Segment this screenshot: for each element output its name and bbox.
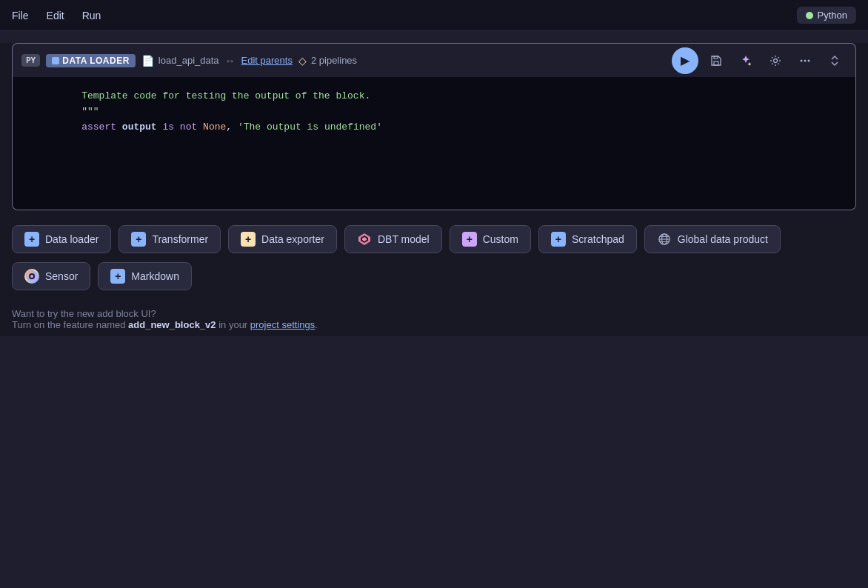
dbt-model-button[interactable]: DBT model [344,225,442,253]
edit-parents-link[interactable]: Edit parents [241,55,293,66]
file-name: load_api_data [158,55,219,66]
code-line: Template code for testing the output of … [13,89,855,104]
info-line1: Want to try the new add block UI? [12,308,856,319]
menu-run[interactable]: Run [82,10,101,21]
python-badge: Python [797,7,856,24]
global-data-product-icon [657,232,672,247]
collapse-button[interactable] [823,49,847,73]
data-exporter-label: Data exporter [261,233,324,245]
scratchpad-icon: + [551,232,566,247]
menu-edit[interactable]: Edit [47,10,64,21]
save-button[interactable] [704,49,728,73]
scratchpad-button[interactable]: + Scratchpad [538,225,637,253]
transformer-icon: + [131,232,146,247]
block-type-icon [52,57,59,64]
info-suffix: . [315,319,318,330]
svg-point-4 [804,59,807,61]
pipelines-badge: ◇ 2 pipelines [298,55,357,67]
py-badge: PY [21,54,40,67]
dbt-icon [357,232,372,247]
svg-point-13 [30,275,33,278]
pipeline-diamond-icon: ◇ [298,55,307,67]
data-loader-button[interactable]: + Data loader [12,225,111,253]
menu-bar: File Edit Run Python [0,0,868,31]
custom-button[interactable]: + Custom [450,225,531,253]
run-button[interactable]: ▶ [672,47,698,74]
info-prefix: Turn on the feature named [12,319,128,330]
settings-button[interactable] [764,49,787,73]
dbt-model-label: DBT model [378,233,430,245]
add-block-buttons-row1: + Data loader + Transformer + Data expor… [0,210,868,262]
sensor-icon [24,269,39,284]
info-text-container: Want to try the new add block UI? Turn o… [0,302,868,336]
file-icon: 📄 [141,55,154,67]
scratchpad-label: Scratchpad [572,233,624,245]
custom-icon: + [462,232,477,247]
arrow-icon: ↔ [225,55,236,67]
code-editor[interactable]: Template code for testing the output of … [12,77,856,210]
block-type-badge: DATA LOADER [46,54,136,67]
menu-file[interactable]: File [12,10,29,21]
project-settings-link[interactable]: project settings [250,319,315,330]
svg-rect-0 [714,61,718,65]
markdown-button[interactable]: + Markdown [98,262,192,290]
global-data-product-button[interactable]: Global data product [644,225,781,253]
data-exporter-button[interactable]: + Data exporter [228,225,337,253]
block-type-label: DATA LOADER [62,56,130,66]
global-data-product-label: Global data product [678,233,768,245]
magic-button[interactable] [734,49,758,73]
svg-rect-1 [714,56,718,59]
svg-point-5 [808,59,810,61]
info-mid: in your [216,319,250,330]
transformer-button[interactable]: + Transformer [118,225,221,253]
sensor-button[interactable]: Sensor [12,262,90,290]
menu-items: File Edit Run [12,10,101,21]
svg-point-3 [801,59,803,61]
more-button[interactable] [793,49,817,73]
info-line2: Turn on the feature named add_new_block_… [12,319,856,330]
python-status-dot [806,12,813,19]
data-loader-icon: + [24,232,39,247]
block-header-left: PY DATA LOADER 📄 load_api_data ↔ Edit pa… [21,54,664,67]
transformer-label: Transformer [152,233,208,245]
markdown-label: Markdown [131,270,179,282]
code-line: assert output is not None, 'The output i… [13,120,855,136]
sensor-label: Sensor [45,270,78,282]
add-block-buttons-row2: Sensor + Markdown [0,262,868,302]
custom-label: Custom [483,233,518,245]
main-content: PY DATA LOADER 📄 load_api_data ↔ Edit pa… [0,43,868,336]
python-label: Python [818,10,847,21]
file-label: 📄 load_api_data [141,55,219,67]
block-header: PY DATA LOADER 📄 load_api_data ↔ Edit pa… [12,43,856,77]
pipelines-count: 2 pipelines [311,55,357,66]
code-line: """ [13,104,855,120]
svg-point-2 [774,59,778,62]
data-exporter-icon: + [241,232,256,247]
data-loader-label: Data loader [45,233,99,245]
feature-name: add_new_block_v2 [128,319,216,330]
block-header-right: ▶ [672,47,847,74]
markdown-icon: + [110,269,125,284]
